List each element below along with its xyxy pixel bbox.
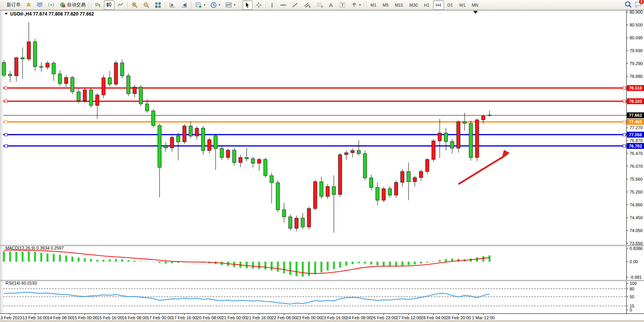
macd-axis-label: 0.8386	[630, 246, 643, 251]
auto-scroll-icon[interactable]	[179, 0, 190, 10]
crosshair-icon[interactable]	[253, 0, 264, 10]
zoom-out-icon[interactable]	[141, 0, 152, 10]
indicators-icon[interactable]: ▾	[223, 0, 237, 10]
hline-anchor[interactable]	[5, 133, 7, 136]
bars-chart-icon[interactable]	[93, 0, 103, 10]
hline-anchor[interactable]	[623, 120, 626, 123]
toolbar-drag-handle[interactable]	[1, 1, 4, 9]
candle-body	[83, 90, 87, 101]
timeframe-button-mn[interactable]: MN	[469, 0, 481, 10]
rsi-axis-label: 50	[630, 294, 634, 299]
timeframe-button-w1[interactable]: W1	[456, 0, 469, 10]
macd-histogram-bar	[395, 262, 397, 266]
search-icon[interactable]	[624, 1, 632, 9]
candle-body	[77, 92, 81, 101]
hline-anchor[interactable]	[623, 144, 626, 147]
chart-canvas[interactable]: USOil-,H4 77.674 77.808 77.620 77.66280.…	[0, 0, 644, 322]
hline-anchor[interactable]	[5, 120, 7, 123]
timeframe-button-h1[interactable]: H1	[421, 0, 432, 10]
candle-body	[301, 218, 305, 227]
channel-icon[interactable]: E	[301, 0, 313, 10]
clock-icon[interactable]: ▾	[208, 0, 222, 10]
symbol-ohlc-label: USOil-,H4 77.674 77.808 77.620 77.662	[10, 11, 94, 17]
toolbar-drag-handle[interactable]	[239, 1, 241, 9]
candle-body	[332, 187, 336, 194]
toolbar-drag-handle[interactable]	[364, 1, 367, 9]
timeframe-button-m5[interactable]: M5	[380, 0, 391, 10]
macd-label: MACD(12,26,9) 0.3934 0.2597	[5, 246, 64, 250]
time-tick-label: 15 Feb 00:00	[72, 315, 98, 320]
chat-icon[interactable]: 1	[634, 1, 642, 9]
time-tick-label: 17 Feb 00:00	[147, 315, 172, 320]
timeframe-button-m15[interactable]: M15	[392, 0, 406, 10]
candle-body	[177, 136, 180, 142]
macd-histogram-bar	[3, 252, 5, 262]
new-order-button[interactable]: 新订单	[5, 0, 23, 10]
terminal-icon[interactable]	[35, 0, 45, 10]
chart-shift-icon[interactable]	[167, 0, 178, 10]
text-icon[interactable]: A	[326, 0, 336, 10]
hline-anchor[interactable]	[5, 100, 7, 103]
hline-anchor[interactable]	[5, 87, 7, 90]
hline-anchor[interactable]	[623, 87, 626, 90]
candle-body	[469, 123, 473, 158]
macd-histogram-bar	[78, 257, 80, 262]
time-tick-label: 15 Feb 16:00	[97, 315, 123, 320]
candle-body	[65, 77, 68, 84]
signal-icon[interactable]	[46, 0, 56, 10]
line-chart-icon[interactable]	[115, 0, 126, 10]
time-tick-label: 13 Feb 16:00	[23, 315, 48, 320]
macd-histogram-bar	[165, 262, 167, 264]
timeframe-button-m30[interactable]: M30	[407, 0, 420, 10]
trendline-icon[interactable]	[290, 0, 300, 10]
hline-anchor[interactable]	[623, 100, 626, 103]
macd-histogram-bar	[109, 259, 111, 262]
price-badge-label: 78.518	[629, 86, 642, 90]
candle-body	[52, 63, 56, 74]
zoom-in-icon[interactable]	[129, 0, 140, 10]
shapes-icon[interactable]: ▾	[349, 0, 363, 10]
chart-background	[0, 10, 644, 322]
macd-histogram-bar	[402, 262, 404, 266]
toolbar-drag-handle[interactable]	[89, 1, 91, 9]
hline-anchor[interactable]	[5, 144, 7, 147]
timeframe-button-h4[interactable]: H4	[433, 0, 444, 10]
auto-trade-button[interactable]: 自动交易	[57, 0, 88, 10]
gold-ingot-icon[interactable]	[23, 0, 34, 10]
candle-body	[276, 183, 280, 210]
time-tick-label: 27 Feb 12:00	[396, 315, 421, 320]
candle-body	[164, 146, 168, 148]
candle-body	[482, 116, 485, 120]
timeframe-button-d1[interactable]: D1	[445, 0, 456, 10]
price-tick-label: 80.090	[630, 35, 643, 40]
hline-anchor[interactable]	[623, 133, 626, 136]
candle-body	[71, 77, 74, 92]
time-tick-label: 17 Feb 16:00	[172, 315, 197, 320]
auto-trade-label: 自动交易	[67, 2, 86, 8]
notification-badge: 1	[639, 0, 644, 4]
macd-histogram-bar	[296, 262, 298, 276]
tile-windows-icon[interactable]	[153, 0, 163, 10]
time-tick-label: 28 Feb 20:00	[446, 315, 471, 320]
label-icon[interactable]: T	[337, 0, 348, 10]
fibonacci-icon[interactable]: F	[314, 0, 325, 10]
price-tick-label: 78.880	[630, 74, 643, 79]
vertical-line-icon[interactable]	[268, 0, 277, 10]
timeframe-button-m1[interactable]: M1	[368, 0, 379, 10]
candle-body	[214, 136, 218, 149]
macd-histogram-bar	[65, 255, 67, 262]
candle-body	[108, 78, 112, 84]
macd-histogram-bar	[383, 262, 385, 266]
candlestick-chart-icon[interactable]	[104, 0, 114, 10]
cursor-icon[interactable]	[242, 0, 253, 10]
price-tick-label: 74.450	[630, 215, 643, 220]
price-tick-label: 76.070	[630, 164, 643, 169]
macd-histogram-bar	[28, 251, 30, 262]
macd-axis-label: 0.00	[630, 259, 638, 264]
time-tick-label: 22 Feb 08:00	[272, 315, 297, 320]
horizontal-line-icon[interactable]	[278, 0, 289, 10]
macd-histogram-bar	[483, 256, 484, 262]
macd-histogram-bar	[53, 254, 55, 262]
rsi-axis-label: 100	[630, 281, 637, 286]
new-chart-icon[interactable]: ▾	[193, 0, 207, 10]
